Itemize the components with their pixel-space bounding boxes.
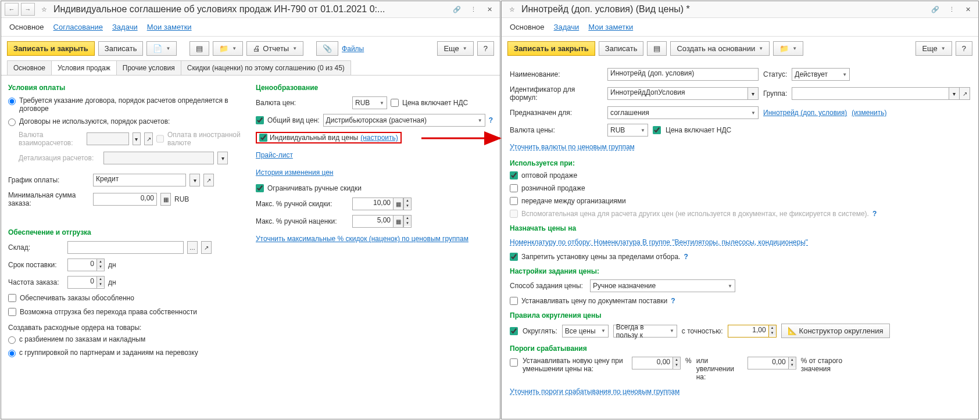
pcurr-select[interactable]: RUB▼ (352, 96, 387, 109)
precision-input[interactable]: 1,00 (728, 325, 768, 338)
folder-button[interactable]: 📁▼ (213, 41, 243, 56)
nav-tasks-r[interactable]: Задачи (554, 23, 580, 31)
common-select[interactable]: Дистрибьюторская (расчетная)▼ (323, 114, 485, 127)
round-all[interactable]: Все цены▼ (562, 325, 609, 338)
back-button[interactable]: ← (5, 3, 19, 16)
save-button[interactable]: Записать (98, 41, 144, 56)
attach-icon[interactable]: 📎 (316, 41, 338, 56)
more-button-r[interactable]: Еще▼ (915, 41, 952, 56)
common-chk[interactable] (256, 116, 264, 124)
vat-chk[interactable] (391, 99, 399, 107)
wholesale-chk[interactable] (510, 171, 518, 180)
save-close-button-r[interactable]: Записать и закрыть (507, 41, 595, 56)
star-icon-r[interactable]: ☆ (505, 3, 519, 16)
sep-chk[interactable] (8, 294, 16, 302)
group-input[interactable] (792, 87, 949, 100)
schedule-input[interactable]: Кредит (93, 174, 186, 186)
maxdisc-calc[interactable]: ▦ (393, 198, 403, 210)
bydoc-chk[interactable] (510, 297, 518, 305)
radio-nocontract[interactable] (8, 119, 16, 126)
nav-approve[interactable]: Согласование (53, 23, 103, 31)
radio-byorder[interactable] (8, 336, 16, 344)
nav-tasks[interactable]: Задачи (112, 23, 138, 31)
thr-refine-link[interactable]: Уточнить пороги срабатывания по ценовым … (510, 387, 679, 396)
nav-notes[interactable]: Мои заметки (147, 23, 192, 31)
nav-notes-r[interactable]: Мои заметки (588, 23, 633, 31)
individual-help[interactable]: ? (489, 134, 493, 142)
forbid-chk[interactable] (510, 253, 518, 261)
subtab-other[interactable]: Прочие условия (116, 60, 181, 75)
reports-button[interactable]: 🖨 Отчеты▼ (246, 41, 303, 56)
limit-chk[interactable] (256, 184, 264, 192)
nav-main[interactable]: Основное (9, 23, 44, 31)
wh-more[interactable]: … (187, 241, 198, 254)
files-link[interactable]: Файлы (342, 45, 364, 53)
close-icon-r[interactable]: ✕ (961, 3, 975, 16)
star-icon[interactable]: ☆ (37, 3, 51, 16)
freq-input[interactable]: 0 (67, 276, 96, 289)
term-input[interactable]: 0 (67, 259, 96, 271)
inc-input[interactable]: 0,00 (747, 357, 788, 369)
subtab-main[interactable]: Основное (7, 60, 52, 75)
id-input[interactable]: ИннотрейдДопУсловия (607, 87, 748, 100)
maxmark-calc[interactable]: ▦ (393, 215, 403, 228)
method-select[interactable]: Ручное назначение▼ (590, 279, 735, 292)
help-button[interactable]: ? (477, 41, 494, 56)
id-dd[interactable]: ▾ (748, 87, 759, 100)
for-change[interactable]: (изменить) (852, 109, 886, 117)
noown-chk[interactable] (8, 308, 16, 316)
link-icon[interactable]: 🔗 (450, 3, 464, 16)
wh-open[interactable]: ↗ (201, 241, 212, 254)
close-icon[interactable]: ✕ (482, 3, 496, 16)
freq-down[interactable]: ▼ (97, 282, 104, 287)
rvat-chk[interactable] (653, 126, 661, 134)
schedule-open[interactable]: ↗ (203, 174, 214, 186)
configure-link[interactable]: (настроить) (360, 134, 398, 142)
copy-button[interactable]: 📄▼ (146, 41, 177, 56)
refine-link[interactable]: Уточнить максимальные % скидок (наценок)… (256, 235, 468, 243)
transfer-chk[interactable] (510, 197, 518, 205)
status-select[interactable]: Действует▼ (792, 68, 850, 81)
subtab-discounts[interactable]: Скидки (наценки) по этому соглашению (0 … (181, 60, 351, 75)
link-icon-r[interactable]: 🔗 (928, 3, 942, 16)
menu-icon-r[interactable]: ⋮ (945, 3, 958, 16)
struct-button-r[interactable]: ▤ (647, 41, 667, 56)
minsum-input[interactable]: 0,00 (93, 193, 157, 206)
common-help[interactable]: ? (489, 116, 493, 124)
schedule-dd[interactable]: ▾ (189, 174, 200, 186)
freq-up[interactable]: ▲ (97, 277, 104, 282)
nav-main-r[interactable]: Основное (510, 23, 545, 31)
help-button-r[interactable]: ? (956, 41, 972, 56)
name-input[interactable]: Иннотрейд (доп. условия) (607, 68, 759, 81)
individual-chk[interactable] (259, 134, 267, 142)
radio-contract[interactable] (8, 98, 16, 105)
aux-help[interactable]: ? (872, 210, 877, 218)
history-link[interactable]: История изменения цен (256, 168, 334, 177)
forbid-help[interactable]: ? (684, 253, 688, 261)
struct-button[interactable]: ▤ (189, 41, 209, 56)
wh-input[interactable] (67, 241, 184, 254)
round-chk[interactable] (510, 327, 518, 335)
pricelist-link[interactable]: Прайс-лист (256, 151, 293, 159)
for-link[interactable]: Иннотрейд (доп. условия) (763, 109, 847, 117)
maxmark-input[interactable]: 5,00 (352, 215, 393, 228)
menu-icon[interactable]: ⋮ (466, 3, 480, 16)
retail-chk[interactable] (510, 184, 518, 192)
thr-chk[interactable] (510, 358, 518, 367)
constructor-button[interactable]: 📐 Конструктор округления (781, 324, 890, 338)
refine-curr-link[interactable]: Уточнить валюты по ценовым группам (510, 143, 635, 151)
round-rule[interactable]: Всегда в пользу к▼ (613, 325, 677, 338)
maxdisc-input[interactable]: 10,00 (352, 198, 393, 210)
term-up[interactable]: ▲ (97, 259, 104, 264)
term-down[interactable]: ▼ (97, 264, 104, 270)
dec-input[interactable]: 0,00 (632, 357, 673, 369)
assign-link[interactable]: Номенклатуру по отбору: Номенклатура В г… (510, 238, 808, 246)
radio-bygroup[interactable] (8, 350, 16, 357)
bydoc-help[interactable]: ? (671, 297, 675, 305)
rcurr-select[interactable]: RUB▼ (607, 124, 648, 137)
more-button[interactable]: Еще▼ (437, 41, 473, 56)
for-select[interactable]: соглашения▼ (607, 106, 759, 119)
forward-button[interactable]: → (21, 3, 35, 16)
save-button-r[interactable]: Записать (599, 41, 644, 56)
save-close-button[interactable]: Записать и закрыть (7, 41, 95, 56)
